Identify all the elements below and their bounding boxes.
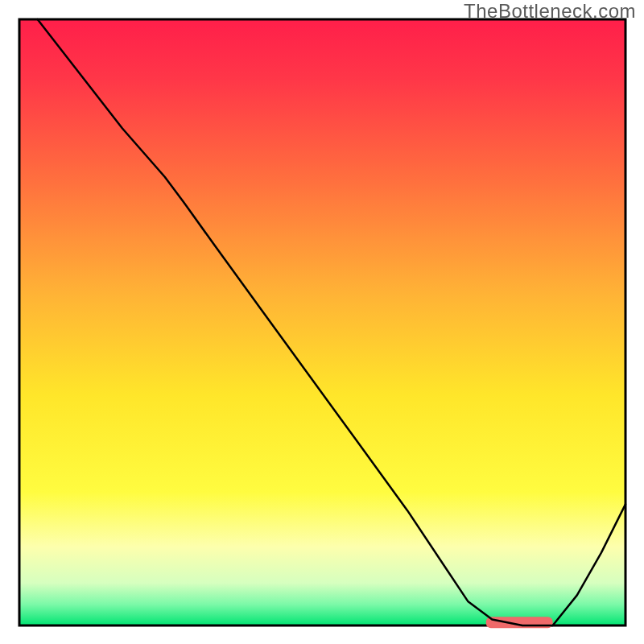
- chart-container: TheBottleneck.com: [0, 0, 644, 644]
- watermark-label: TheBottleneck.com: [464, 0, 636, 23]
- plot-area: [19, 19, 625, 625]
- bottleneck-chart: [0, 0, 644, 644]
